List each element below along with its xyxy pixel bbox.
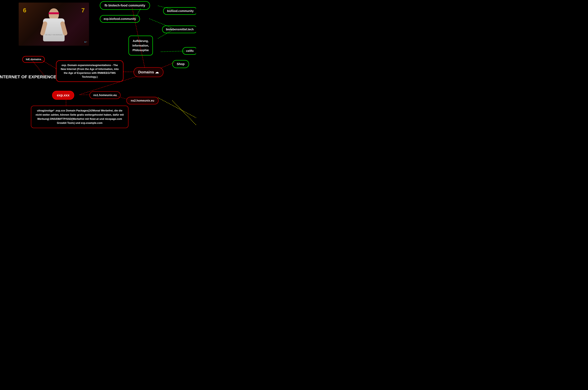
video-thumbnail[interactable]: 6 7 DIE WELT VON MORGEN 🐦 f bbox=[19, 2, 89, 46]
video-number-right: 7 bbox=[82, 7, 85, 14]
domains-label: Domains ☁ bbox=[138, 70, 159, 74]
aufklarung-node[interactable]: Aufklärung,Information,Philosophie bbox=[128, 36, 153, 55]
video-title: DIE WELT VON MORGEN bbox=[45, 34, 62, 36]
exp-domain-box[interactable]: exp. Domain expansions/augmentations - T… bbox=[56, 60, 124, 82]
shop-node[interactable]: Shop bbox=[172, 60, 189, 68]
ns2-node[interactable]: ns2.homeunix.eu bbox=[126, 97, 159, 104]
svg-line-14 bbox=[158, 98, 196, 118]
ns1-node[interactable]: ns1.homeunix.eu bbox=[89, 91, 121, 99]
svg-line-15 bbox=[172, 100, 196, 125]
fb-biotech-node[interactable]: fb biotech-food community bbox=[100, 1, 150, 10]
internet-of-experience-label: INTERNET OF EXPERIENCE bbox=[0, 74, 56, 79]
aufklarung-text: Aufklärung,Information,Philosophie bbox=[132, 39, 149, 52]
exp-biofood-node[interactable]: exp.biofood.community bbox=[100, 15, 140, 23]
exp-xxx-node[interactable]: exp.xxx bbox=[52, 91, 74, 100]
cellfo-node[interactable]: cellfo bbox=[182, 47, 196, 55]
ioe-domains-node[interactable]: IoE.domains bbox=[22, 56, 45, 63]
domains-node[interactable]: Domains ☁ bbox=[133, 67, 164, 77]
biolebensmittel-node[interactable]: biolebensmittel.tech bbox=[162, 26, 196, 33]
ultrag-box[interactable]: ultragünstige* .exp.xxx Domain Packages(… bbox=[31, 105, 128, 128]
video-number-left: 6 bbox=[23, 7, 26, 14]
biofood-community-node[interactable]: biofood.community bbox=[163, 7, 196, 15]
mind-map: .red-dot { stroke: #ff0000; stroke-width… bbox=[0, 0, 196, 130]
video-social: 🐦 f bbox=[84, 41, 87, 43]
